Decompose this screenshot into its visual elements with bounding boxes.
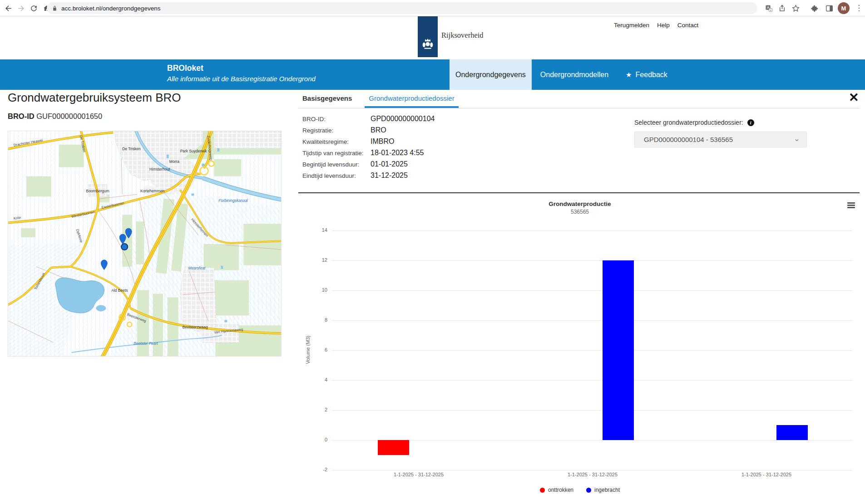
field-row: Registratie:BRO [302, 126, 435, 134]
x-category-label: 1-1-2025 - 31-12-2025 [524, 472, 661, 477]
field-label: BRO-ID: [302, 116, 371, 122]
map-label: Forbiningskanaal [218, 198, 248, 203]
brand-block: BROloket Alle informatie uit de Basisreg… [167, 64, 316, 83]
y-tick-label: 8 [311, 317, 327, 323]
detail-fields: BRO-ID:GPD000000000104Registratie:BROKwa… [302, 115, 435, 183]
x-category-label: 1-1-2025 - 31-12-2025 [698, 472, 835, 477]
nav-tab-label: Ondergrondmodellen [540, 71, 608, 79]
field-label: Kwaliteitsregime: [302, 138, 371, 145]
rijksoverheid-crest-icon [421, 38, 435, 54]
bro-id-label: BRO-ID [8, 112, 35, 120]
bar-ingebracht[interactable] [603, 260, 634, 440]
field-value: BRO [371, 126, 386, 134]
y-tick-label: 2 [311, 407, 327, 412]
map-label: Park Suyderwik [180, 149, 207, 153]
dossier-select[interactable]: GPD000000000104 - 536565 ⌄ [634, 132, 807, 147]
y-tick-label: -2 [311, 467, 327, 472]
map-label: Himsterhout [149, 167, 170, 171]
share-icon[interactable] [776, 3, 787, 14]
nav-tab-ondergrondgegevens[interactable]: Ondergrondgegevens [450, 59, 532, 90]
map-label: Boornbergum [86, 189, 109, 193]
browser-menu-icon[interactable]: ⋮ [855, 2, 863, 14]
legend-dot-icon [540, 488, 545, 493]
gridline [332, 380, 852, 381]
url-text: acc.broloket.nl/ondergrondgegevens [61, 5, 160, 12]
y-tick-label: 14 [311, 227, 327, 233]
panel-tabs: BasisgegevensGrondwaterproductiedossier [298, 90, 860, 108]
map-label: Ald Beets [111, 288, 128, 293]
nav-tab-label: Ondergrondgegevens [455, 71, 526, 79]
rijksoverheid-logo-text: Rijksoverheid [441, 31, 484, 40]
reload-icon[interactable] [28, 3, 39, 14]
field-row: Begintijd levensduur:01-01-2025 [302, 160, 435, 168]
header-link-contact[interactable]: Contact [677, 22, 699, 29]
legend-item-ingebracht[interactable]: ingebracht [586, 487, 620, 493]
gridline [332, 260, 852, 261]
lock-icon [52, 5, 58, 11]
nav-tabs: OndergrondgegevensOndergrondmodellen★Fee… [450, 59, 676, 90]
bookmark-star-icon[interactable] [790, 3, 801, 14]
rijksoverheid-logo-banner [418, 16, 438, 57]
bro-id-line: BRO-ID GUF000000001650 [8, 112, 102, 121]
page-title: Grondwatergebruiksysteem BRO [8, 91, 181, 105]
nav-tab-ondergrondmodellen[interactable]: Ondergrondmodellen [532, 59, 617, 90]
header-link-help[interactable]: Help [657, 22, 670, 29]
panel-tab-basisgegevens[interactable]: Basisgegevens [298, 90, 356, 108]
chart-menu-icon[interactable] [847, 202, 855, 209]
main-navbar: BROloket Alle informatie uit de Basisreg… [0, 59, 865, 90]
map-label: Beetster Feart [133, 341, 158, 346]
legend-item-onttrokken[interactable]: onttrokken [540, 487, 573, 493]
field-row: Kwaliteitsregime:IMBRO [302, 137, 435, 146]
field-label: Begintijd levensduur: [302, 161, 371, 168]
gridline [332, 350, 852, 351]
gridline [332, 470, 852, 470]
field-label: Registratie: [302, 127, 371, 134]
panel-tab-grondwaterproductiedossier[interactable]: Grondwaterproductiedossier [365, 90, 458, 108]
map-label: Beetsterzwaag [183, 325, 208, 329]
bro-id-value: GUF000000001650 [36, 112, 102, 120]
bar-ingebracht[interactable] [776, 425, 808, 440]
y-axis-label: Volume (M3) [305, 304, 311, 395]
nav-tab-feedback[interactable]: ★Feedback [617, 59, 676, 90]
selector-label: Selecteer grondwaterproductiedossier: [634, 119, 743, 126]
chart-legend: onttrokkeningebracht [298, 487, 861, 493]
avatar[interactable]: M [838, 2, 850, 14]
translate-icon[interactable]: Aa [763, 3, 774, 14]
brand-tagline: Alle informatie uit de Basisregistratie … [167, 75, 316, 83]
brand-title: BROloket [167, 64, 316, 73]
y-tick-label: 6 [311, 347, 327, 352]
header-links: TerugmeldenHelpContact [614, 22, 698, 29]
topographic-map[interactable]: Drachtster HeaweiDe TriskenZuiderhogeweg… [8, 131, 282, 357]
dossier-select-value: GPD000000000104 - 536565 [644, 136, 733, 143]
gridline [332, 290, 852, 291]
forward-icon[interactable] [15, 3, 26, 14]
star-icon: ★ [626, 71, 632, 79]
bar-onttrokken[interactable] [378, 440, 409, 455]
map-circle-marker[interactable] [121, 244, 128, 250]
address-bar[interactable]: acc.broloket.nl/ondergrondgegevens [47, 2, 757, 14]
field-value: 18-01-2023 4:55 [371, 149, 424, 157]
extensions-icon[interactable] [809, 3, 820, 14]
y-tick-label: 0 [311, 437, 327, 442]
side-panel-icon[interactable] [824, 3, 835, 14]
chart-subtitle: 536565 [298, 209, 861, 215]
map-label: De Trisken [122, 147, 141, 151]
gridline [332, 320, 852, 321]
legend-label: onttrokken [548, 487, 573, 493]
field-value: IMBRO [371, 137, 394, 146]
browser-toolbar: acc.broloket.nl/ondergrondgegevens Aa M … [0, 0, 865, 16]
field-row: Tijdstip van registratie:18-01-2023 4:55 [302, 149, 435, 157]
field-row: BRO-ID:GPD000000000104 [302, 115, 435, 123]
production-chart: Grondwaterproductie 536565 Volume (M3) 1… [298, 197, 861, 504]
dossier-selector: Selecteer grondwaterproductiedossier: i … [634, 119, 807, 147]
legend-label: ingebracht [594, 487, 620, 493]
map-label: Kortehemmen [140, 189, 164, 193]
back-icon[interactable] [3, 3, 14, 14]
section-separator [298, 192, 860, 193]
header-link-terugmelden[interactable]: Terugmelden [614, 22, 649, 29]
info-icon[interactable]: i [747, 119, 754, 126]
gridline [332, 230, 852, 231]
gridline [332, 410, 852, 411]
field-value: GPD000000000104 [371, 115, 435, 123]
map-label: Morra [169, 159, 179, 164]
